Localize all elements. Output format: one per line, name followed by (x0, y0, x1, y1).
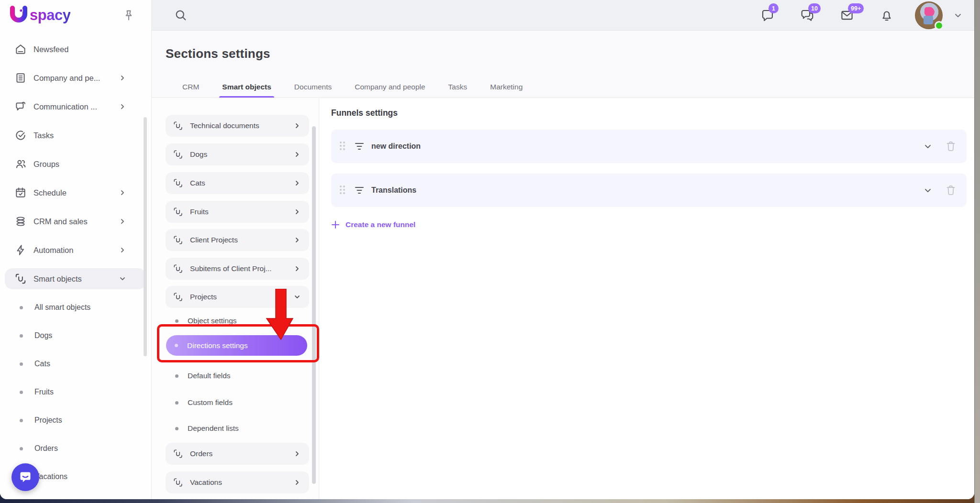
os-scrollbar[interactable] (974, 0, 980, 503)
sidebar-item-tasks[interactable]: Tasks (5, 125, 146, 146)
bullet-icon (175, 401, 178, 405)
pin-sidebar-button[interactable] (122, 9, 135, 22)
create-funnel-button[interactable]: Create a new funnel (331, 220, 415, 229)
online-status-icon (935, 21, 944, 30)
panel-item-dogs[interactable]: Dogs (166, 143, 309, 165)
delete-funnel-trash-icon[interactable] (946, 185, 956, 196)
bullet-icon (175, 427, 178, 430)
create-funnel-label: Create a new funnel (345, 220, 415, 229)
tab-smart-objects[interactable]: Smart objects (211, 77, 283, 98)
chat-button[interactable]: 1 (760, 8, 775, 22)
funnels-settings-heading: Funnels settings (331, 108, 967, 118)
sidebar-item-company-and-people[interactable]: Company and pe... (5, 67, 146, 88)
sidebar-item-smart-objects[interactable]: Smart objects (5, 268, 146, 289)
bullet-icon (175, 344, 178, 347)
tab-tasks[interactable]: Tasks (437, 77, 479, 98)
smart-object-icon (173, 263, 183, 274)
funnel-icon (354, 142, 365, 151)
panel-item-cats[interactable]: Cats (166, 172, 309, 194)
sidebar-subitem-cats[interactable]: Cats (5, 353, 146, 374)
intercom-chat-button[interactable] (11, 463, 39, 491)
sidebar-subitem-orders[interactable]: Orders (5, 438, 146, 459)
tab-crm[interactable]: CRM (171, 77, 211, 98)
panel-sublink-label: Directions settings (187, 341, 248, 350)
panel-item-vacations[interactable]: Vacations (166, 471, 309, 493)
tab-label: Company and people (355, 83, 425, 91)
delete-funnel-trash-icon[interactable] (946, 141, 956, 152)
panel-sublink-object-settings[interactable]: Object settings (166, 311, 309, 330)
panel-item-label: Orders (190, 449, 212, 458)
sidebar-subitem-label: Orders (34, 444, 58, 453)
sidebar-item-schedule[interactable]: Schedule (5, 182, 146, 203)
panel-sublink-custom-fields[interactable]: Custom fields (166, 393, 309, 412)
section-tabs: CRM Smart objects Documents Company and … (171, 77, 534, 98)
mail-button[interactable]: 99+ (840, 8, 854, 22)
sidebar-nav: Newsfeed Company and pe... Communication… (0, 39, 152, 494)
panel-sublink-default-fields[interactable]: Default fields (166, 366, 309, 385)
smart-objects-panel: Technical documents Dogs Cats Fruits Cli… (152, 98, 319, 499)
logo-row: spacy (0, 0, 152, 31)
panel-item-projects[interactable]: Projects (166, 286, 309, 308)
panel-item-fruits[interactable]: Fruits (166, 201, 309, 223)
bell-icon (880, 8, 894, 22)
panel-item-label: Subitems of Client Proj... (190, 264, 272, 273)
expand-funnel-chevron-icon[interactable] (923, 141, 933, 152)
sidebar-subitem-fruits[interactable]: Fruits (5, 382, 146, 403)
panel-item-client-projects[interactable]: Client Projects (166, 229, 309, 251)
chevron-right-icon (294, 450, 301, 457)
panel-item-technical-documents[interactable]: Technical documents (166, 115, 309, 137)
user-avatar[interactable] (915, 1, 943, 29)
tab-label: Marketing (490, 83, 523, 91)
sidebar-subitem-label: Projects (34, 416, 62, 425)
tasks-icon (14, 129, 27, 142)
panel-item-label: Dogs (190, 150, 207, 159)
communication-icon (14, 100, 27, 113)
panel-sublink-directions-settings[interactable]: Directions settings (166, 335, 307, 356)
groups-icon (14, 158, 27, 170)
panel-item-orders[interactable]: Orders (166, 443, 309, 465)
chevron-right-icon (294, 265, 301, 272)
panel-scrollbar[interactable] (312, 126, 316, 484)
sidebar-subitem-projects[interactable]: Projects (5, 410, 146, 431)
tab-label: CRM (182, 83, 199, 91)
user-menu-button[interactable] (953, 11, 963, 20)
sidebar-item-crm-and-sales[interactable]: CRM and sales (5, 211, 146, 232)
smart-object-icon (173, 448, 183, 459)
tab-documents[interactable]: Documents (283, 77, 343, 98)
drag-handle-icon[interactable] (340, 186, 346, 195)
sidebar-item-label: Groups (33, 160, 59, 169)
panel-sublink-dependent-lists[interactable]: Dependent lists (166, 419, 309, 438)
panel-item-subitems-of-client-projects[interactable]: Subitems of Client Proj... (166, 258, 309, 280)
sidebar-item-communication[interactable]: Communication ... (5, 96, 146, 117)
smart-object-icon (173, 178, 183, 188)
panel-sublink-label: Dependent lists (188, 424, 239, 433)
mail-badge: 99+ (848, 3, 864, 13)
schedule-icon (14, 186, 27, 199)
panel-item-label: Vacations (190, 478, 222, 487)
plus-icon (331, 220, 340, 229)
sidebar-item-automation[interactable]: Automation (5, 240, 146, 261)
uspacy-logo[interactable]: spacy (9, 5, 70, 26)
notifications-button[interactable] (880, 8, 894, 22)
panel-sublink-label: Object settings (188, 317, 237, 325)
expand-funnel-chevron-icon[interactable] (923, 185, 933, 196)
smart-object-icon (173, 292, 183, 302)
pin-icon (122, 9, 135, 22)
group-chat-button[interactable]: 10 (800, 8, 814, 22)
sidebar-item-newsfeed[interactable]: Newsfeed (5, 39, 146, 60)
tab-marketing[interactable]: Marketing (479, 77, 534, 98)
search-button[interactable] (174, 9, 188, 22)
sidebar-scrollbar[interactable] (144, 117, 147, 356)
sidebar-subitem-all-smart-objects[interactable]: All smart objects (5, 297, 146, 318)
uspacy-logo-icon (9, 5, 29, 26)
sidebar-subitem-dogs[interactable]: Dogs (5, 325, 146, 346)
sidebar-item-groups[interactable]: Groups (5, 153, 146, 175)
sidebar-subitem-label: Fruits (34, 388, 54, 396)
chevron-right-icon (294, 208, 301, 215)
search-icon (174, 9, 188, 22)
bullet-icon (175, 374, 178, 378)
tab-company-and-people[interactable]: Company and people (343, 77, 436, 98)
drag-handle-icon[interactable] (340, 142, 346, 151)
funnel-name: new direction (371, 142, 421, 151)
page-title: Sections settings (166, 46, 270, 61)
